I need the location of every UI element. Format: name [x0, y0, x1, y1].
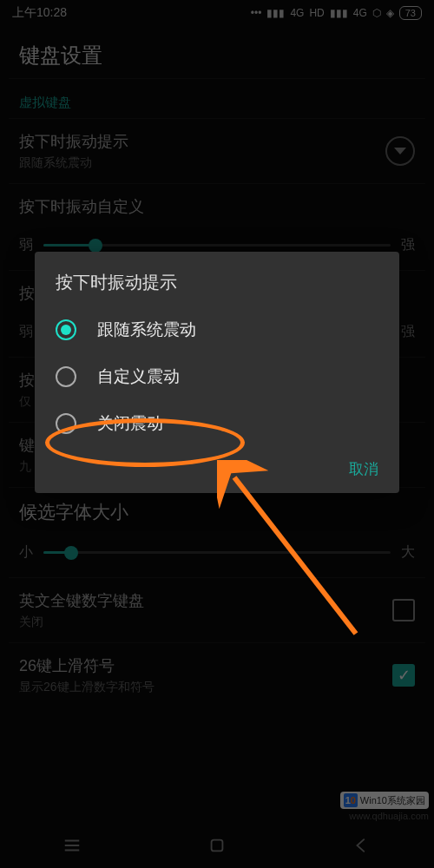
radio-label: 跟随系统震动 [97, 319, 196, 341]
radio-option-off[interactable]: 关闭震动 [35, 400, 399, 447]
radio-unselected-icon [56, 366, 76, 387]
dialog-title: 按下时振动提示 [35, 271, 399, 306]
radio-unselected-icon [56, 413, 76, 434]
radio-label: 关闭震动 [97, 412, 163, 435]
vibrate-dialog: 按下时振动提示 跟随系统震动 自定义震动 关闭震动 取消 [35, 252, 399, 493]
radio-selected-icon [56, 319, 76, 340]
radio-option-custom[interactable]: 自定义震动 [35, 353, 399, 400]
radio-label: 自定义震动 [97, 365, 180, 388]
radio-option-follow-system[interactable]: 跟随系统震动 [35, 306, 399, 353]
cancel-button[interactable]: 取消 [349, 459, 378, 479]
